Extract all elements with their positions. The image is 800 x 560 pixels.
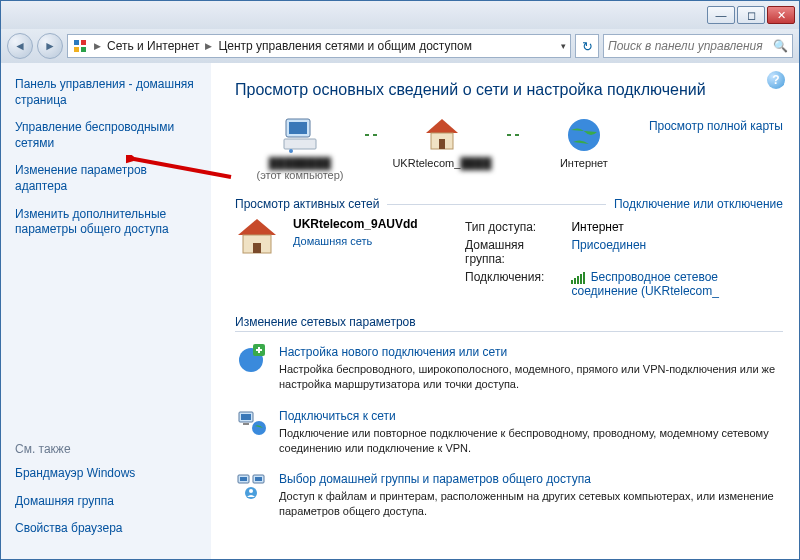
task-new-connection-desc: Настройка беспроводного, широкополосного… bbox=[279, 362, 783, 392]
svg-rect-1 bbox=[81, 40, 86, 45]
homegroup-icon bbox=[235, 469, 267, 501]
prop-homegroup-value-link[interactable]: Присоединен bbox=[571, 238, 646, 252]
page-heading: Просмотр основных сведений о сети и наст… bbox=[235, 81, 783, 99]
sidebar-item-sharing[interactable]: Изменить дополнительные параметры общего… bbox=[15, 207, 201, 238]
map-node-internet-name: Интернет bbox=[519, 157, 649, 169]
svg-marker-9 bbox=[426, 119, 458, 133]
address-bar-row: ◄ ► ▶ Сеть и Интернет ▶ Центр управления… bbox=[1, 29, 799, 63]
chevron-right-icon: ▶ bbox=[94, 41, 101, 51]
main-content: ? Просмотр основных сведений о сети и на… bbox=[211, 63, 799, 559]
close-button[interactable]: ✕ bbox=[767, 6, 795, 24]
svg-rect-11 bbox=[439, 139, 445, 149]
svg-rect-25 bbox=[255, 477, 262, 481]
sidebar-item-homegroup[interactable]: Домашняя группа bbox=[15, 494, 201, 510]
svg-rect-2 bbox=[74, 47, 79, 52]
prop-access-value: Интернет bbox=[565, 219, 781, 235]
svg-marker-13 bbox=[238, 219, 276, 235]
active-net-name: UKRtelecom_9AUVdd bbox=[293, 217, 443, 231]
sidebar-item-home[interactable]: Панель управления - домашняя страница bbox=[15, 77, 201, 108]
sidebar-item-firewall[interactable]: Брандмауэр Windows bbox=[15, 466, 201, 482]
task-new-connection-link[interactable]: Настройка нового подключения или сети bbox=[279, 345, 507, 359]
map-connector bbox=[507, 113, 519, 157]
window: — ◻ ✕ ◄ ► ▶ Сеть и Интернет ▶ Центр упра… bbox=[0, 0, 800, 560]
refresh-button[interactable]: ↻ bbox=[575, 34, 599, 58]
task-homegroup-link[interactable]: Выбор домашней группы и параметров общег… bbox=[279, 472, 591, 486]
new-connection-icon bbox=[235, 342, 267, 374]
svg-rect-3 bbox=[81, 47, 86, 52]
prop-access-label: Тип доступа: bbox=[459, 219, 563, 235]
task-homegroup-desc: Доступ к файлам и принтерам, расположенн… bbox=[279, 489, 783, 519]
search-input[interactable] bbox=[608, 39, 773, 53]
svg-point-21 bbox=[252, 421, 266, 435]
svg-rect-15 bbox=[253, 243, 261, 253]
breadcrumb[interactable]: ▶ Сеть и Интернет ▶ Центр управления сет… bbox=[67, 34, 571, 58]
chevron-right-icon: ▶ bbox=[205, 41, 212, 51]
svg-rect-7 bbox=[284, 139, 316, 149]
active-net-type-link[interactable]: Домашняя сеть bbox=[293, 235, 372, 247]
prop-connection-link[interactable]: Беспроводное сетевое соединение (UKRtele… bbox=[571, 270, 719, 298]
network-center-icon bbox=[72, 38, 88, 54]
svg-point-12 bbox=[568, 119, 600, 151]
svg-point-8 bbox=[289, 149, 293, 153]
task-connect-desc: Подключение или повторное подключение к … bbox=[279, 426, 783, 456]
connect-network-icon bbox=[235, 406, 267, 438]
house-icon bbox=[377, 113, 507, 157]
prop-homegroup-label: Домашняя группа: bbox=[459, 237, 563, 267]
nav-forward-button[interactable]: ► bbox=[37, 33, 63, 59]
task-homegroup: Выбор домашней группы и параметров общег… bbox=[235, 469, 783, 519]
map-node-network: UKRtelecom_████ bbox=[377, 113, 507, 169]
svg-rect-6 bbox=[289, 122, 307, 134]
map-node-pc-sub: (этот компьютер) bbox=[235, 169, 365, 181]
minimize-button[interactable]: — bbox=[707, 6, 735, 24]
map-node-internet: Интернет bbox=[519, 113, 649, 169]
house-icon bbox=[235, 217, 279, 257]
prop-connections-label: Подключения: bbox=[459, 269, 563, 299]
map-node-pc: ████████ (этот компьютер) bbox=[235, 113, 365, 181]
task-new-connection: Настройка нового подключения или сети На… bbox=[235, 342, 783, 392]
svg-rect-19 bbox=[241, 414, 251, 420]
titlebar: — ◻ ✕ bbox=[1, 1, 799, 29]
sidebar-item-browser[interactable]: Свойства браузера bbox=[15, 521, 201, 537]
connect-disconnect-link[interactable]: Подключение или отключение bbox=[614, 197, 783, 211]
nav-back-button[interactable]: ◄ bbox=[7, 33, 33, 59]
signal-bars-icon bbox=[571, 272, 585, 284]
globe-icon bbox=[519, 113, 649, 157]
svg-rect-0 bbox=[74, 40, 79, 45]
sidebar-item-wireless[interactable]: Управление беспроводными сетями bbox=[15, 120, 201, 151]
task-connect-link[interactable]: Подключиться к сети bbox=[279, 409, 396, 423]
svg-rect-20 bbox=[243, 423, 249, 425]
view-full-map-link[interactable]: Просмотр полной карты bbox=[649, 119, 783, 133]
search-icon: 🔍 bbox=[773, 39, 788, 53]
computer-icon bbox=[235, 113, 365, 157]
svg-rect-23 bbox=[240, 477, 247, 481]
change-settings-heading: Изменение сетевых параметров bbox=[235, 315, 783, 329]
svg-point-27 bbox=[249, 489, 253, 493]
map-connector bbox=[365, 113, 377, 157]
search-box[interactable]: 🔍 bbox=[603, 34, 793, 58]
sidebar-item-adapters[interactable]: Изменение параметров адаптера bbox=[15, 163, 201, 194]
help-icon[interactable]: ? bbox=[767, 71, 785, 89]
breadcrumb-seg-1[interactable]: Сеть и Интернет bbox=[107, 39, 199, 53]
active-net-properties: Тип доступа: Интернет Домашняя группа: П… bbox=[457, 217, 783, 301]
active-networks-label: Просмотр активных сетей bbox=[235, 197, 379, 211]
breadcrumb-dropdown-icon[interactable]: ▾ bbox=[561, 41, 566, 51]
task-connect: Подключиться к сети Подключение или повт… bbox=[235, 406, 783, 456]
maximize-button[interactable]: ◻ bbox=[737, 6, 765, 24]
breadcrumb-seg-2[interactable]: Центр управления сетями и общим доступом bbox=[218, 39, 472, 53]
sidebar: Панель управления - домашняя страница Уп… bbox=[1, 63, 211, 559]
map-node-pc-name: ████████ bbox=[235, 157, 365, 169]
map-node-network-name: UKRtelecom_████ bbox=[377, 157, 507, 169]
see-also-label: См. также bbox=[15, 442, 201, 456]
